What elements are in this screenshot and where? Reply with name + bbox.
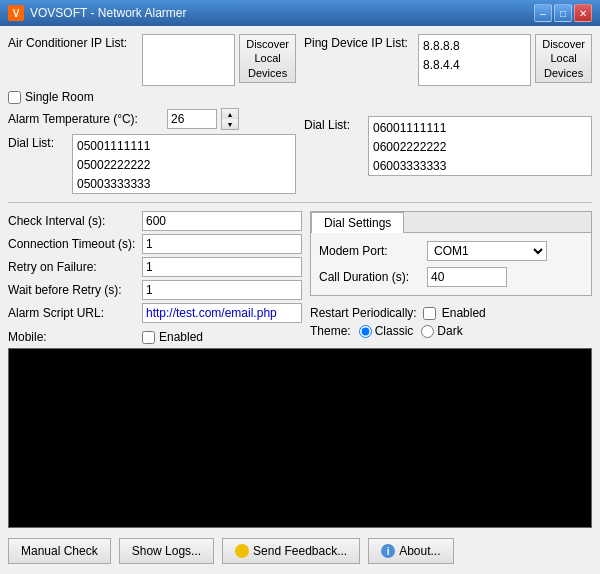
discover-local-btn-left[interactable]: Discover Local Devices — [239, 34, 296, 83]
modem-port-select[interactable]: COM1 COM2 COM3 COM4 — [427, 241, 547, 261]
list-item: 05003333333 — [77, 175, 291, 194]
dial-list-right[interactable]: 06001111111 06002222222 06003333333 — [368, 116, 592, 176]
list-item: 05001111111 — [77, 137, 291, 156]
check-interval-label: Check Interval (s): — [8, 214, 138, 228]
list-item: 8.8.8.8 — [423, 37, 526, 56]
maximize-button[interactable]: □ — [554, 4, 572, 22]
show-logs-button[interactable]: Show Logs... — [119, 538, 214, 564]
alarm-temp-label: Alarm Temperature (°C): — [8, 112, 163, 126]
retry-input[interactable]: 1 — [142, 257, 302, 277]
list-item: 8.8.4.4 — [423, 56, 526, 75]
list-item: 05002222222 — [77, 156, 291, 175]
restart-enabled-checkbox[interactable] — [423, 307, 436, 320]
conn-timeout-label: Connection Timeout (s): — [8, 237, 138, 251]
close-button[interactable]: ✕ — [574, 4, 592, 22]
minimize-button[interactable]: – — [534, 4, 552, 22]
temp-spin-down[interactable]: ▼ — [222, 119, 238, 129]
info-icon: i — [381, 544, 395, 558]
title-bar[interactable]: V VOVSOFT - Network Alarmer – □ ✕ — [0, 0, 600, 26]
black-display-box — [8, 348, 592, 528]
single-room-label: Single Room — [25, 90, 94, 104]
modem-port-label: Modem Port: — [319, 244, 419, 258]
alarm-script-input[interactable]: http://test.com/email.php — [142, 303, 302, 323]
window-title: VOVSOFT - Network Alarmer — [30, 6, 186, 20]
dial-settings-tab[interactable]: Dial Settings — [311, 212, 404, 233]
mobile-enabled-checkbox[interactable] — [142, 331, 155, 344]
theme-dark-radio[interactable] — [421, 325, 434, 338]
wait-retry-label: Wait before Retry (s): — [8, 283, 138, 297]
alarm-temp-input[interactable]: 26 — [167, 109, 217, 129]
list-item: 06002222222 — [373, 138, 587, 157]
send-feedback-button[interactable]: Send Feedback... — [222, 538, 360, 564]
check-interval-input[interactable]: 600 — [142, 211, 302, 231]
manual-check-button[interactable]: Manual Check — [8, 538, 111, 564]
retry-label: Retry on Failure: — [8, 260, 138, 274]
theme-classic-label: Classic — [375, 324, 414, 338]
mobile-enabled-label: Enabled — [159, 330, 203, 344]
ping-ip-label: Ping Device IP List: — [304, 34, 414, 50]
single-room-checkbox[interactable] — [8, 91, 21, 104]
dial-list-left[interactable]: 05001111111 05002222222 05003333333 — [72, 134, 296, 194]
discover-local-btn-right[interactable]: Discover Local Devices — [535, 34, 592, 83]
theme-dark-label: Dark — [437, 324, 462, 338]
about-button[interactable]: i About... — [368, 538, 453, 564]
ping-ip-list[interactable]: 8.8.8.8 8.8.4.4 — [418, 34, 531, 86]
app-icon: V — [8, 5, 24, 21]
conn-timeout-input[interactable]: 1 — [142, 234, 302, 254]
ac-ip-list[interactable] — [142, 34, 235, 86]
restart-periodically-label: Restart Periodically: — [310, 306, 417, 320]
temp-spin-up[interactable]: ▲ — [222, 109, 238, 119]
wait-retry-input[interactable]: 1 — [142, 280, 302, 300]
call-duration-label: Call Duration (s): — [319, 270, 419, 284]
mobile-label: Mobile: — [8, 330, 138, 344]
alarm-script-label: Alarm Script URL: — [8, 306, 138, 320]
ac-ip-label: Air Conditioner IP List: — [8, 34, 138, 50]
call-duration-input[interactable]: 40 — [427, 267, 507, 287]
dial-list-right-label: Dial List: — [304, 116, 364, 132]
theme-label: Theme: — [310, 324, 351, 338]
theme-classic-radio[interactable] — [359, 325, 372, 338]
dial-list-left-label: Dial List: — [8, 134, 68, 150]
list-item: 06001111111 — [373, 119, 587, 138]
feedback-icon — [235, 544, 249, 558]
list-item: 06003333333 — [373, 157, 587, 176]
restart-enabled-label: Enabled — [442, 306, 486, 320]
